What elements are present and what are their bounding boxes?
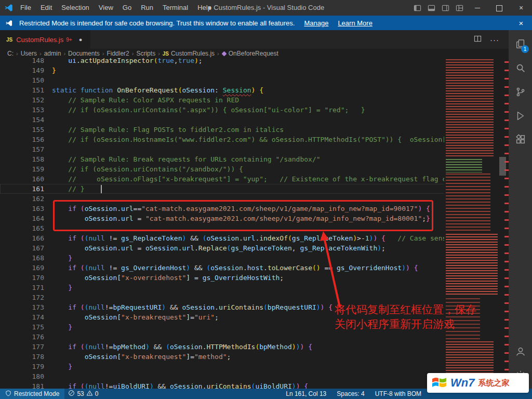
manage-link[interactable]: Manage <box>304 19 328 27</box>
breadcrumb-item[interactable]: Documents <box>68 50 100 57</box>
line-number[interactable]: 156 <box>0 135 52 144</box>
breadcrumb-item[interactable]: Scripts <box>136 50 155 57</box>
line-number[interactable]: 161 <box>0 184 52 194</box>
banner-close-icon[interactable]: × <box>515 19 527 28</box>
toggle-sidebar-right-icon[interactable] <box>438 0 453 16</box>
learn-more-link[interactable]: Learn More <box>338 19 372 27</box>
line-number[interactable]: 157 <box>0 144 52 154</box>
breadcrumb-file[interactable]: JSCustomRules.js <box>163 50 215 57</box>
search-icon[interactable] <box>509 56 532 80</box>
code-line-149[interactable]: 149} <box>0 65 509 75</box>
code-line-170[interactable]: 170 oSession["x-overridehost"] = gs_Over… <box>0 273 509 283</box>
menu-view[interactable]: View <box>94 0 118 16</box>
more-actions-icon[interactable]: ··· <box>490 35 499 44</box>
line-number[interactable]: 166 <box>0 233 52 243</box>
code-line-151[interactable]: 151static function OnBeforeRequest(oSess… <box>0 85 509 95</box>
line-number[interactable]: 158 <box>0 154 52 164</box>
line-number[interactable]: 155 <box>0 125 52 135</box>
indentation-status[interactable]: Spaces: 4 <box>333 390 368 397</box>
line-number[interactable]: 162 <box>0 194 52 204</box>
code-line-156[interactable]: 156 // if (oSession.HostnameIs("www.fidd… <box>0 135 509 144</box>
line-number[interactable]: 175 <box>0 322 52 332</box>
line-number[interactable]: 167 <box>0 243 52 253</box>
line-number[interactable]: 180 <box>0 371 52 381</box>
line-number[interactable]: 148 <box>0 58 52 65</box>
customize-layout-icon[interactable] <box>453 0 467 16</box>
extensions-icon[interactable] <box>509 128 532 152</box>
toggle-sidebar-left-icon[interactable] <box>410 0 424 16</box>
breadcrumb-item[interactable]: Users <box>21 50 37 57</box>
line-number[interactable]: 168 <box>0 253 52 263</box>
line-number[interactable]: 172 <box>0 292 52 302</box>
toggle-panel-bottom-icon[interactable] <box>424 0 438 16</box>
source-control-icon[interactable] <box>509 80 532 104</box>
menu-file[interactable]: File <box>16 0 36 16</box>
line-number[interactable]: 154 <box>0 115 52 125</box>
line-number[interactable]: 174 <box>0 312 52 322</box>
line-number[interactable]: 181 <box>0 381 52 389</box>
encoding-status[interactable]: UTF-8 with BOM <box>371 390 425 397</box>
code-line-155[interactable]: 155 // Sample Rule: Flag POSTs to fiddle… <box>0 125 509 135</box>
editor[interactable]: 148 ui.actUpdateInspector(true,true);149… <box>0 58 509 389</box>
menu-terminal[interactable]: Terminal <box>158 0 193 16</box>
code-line-166[interactable]: 166 if ((null != gs_ReplaceToken) && (oS… <box>0 233 509 243</box>
tab-customrules-js[interactable]: JS CustomRules.js 9+ ● <box>0 30 90 49</box>
code-line-148[interactable]: 148 ui.actUpdateInspector(true,true); <box>0 58 509 65</box>
code-line-150[interactable]: 150 <box>0 75 509 85</box>
line-number[interactable]: 149 <box>0 65 52 75</box>
explorer-icon[interactable]: 1 <box>509 32 532 56</box>
code-line-153[interactable]: 153 // if (oSession.uriContains(".aspx")… <box>0 105 509 115</box>
line-number[interactable]: 152 <box>0 95 52 105</box>
breadcrumb-item[interactable]: Fiddler2 <box>107 50 129 57</box>
breadcrumb-item[interactable]: admin <box>44 50 61 57</box>
line-number[interactable]: 171 <box>0 283 52 292</box>
menu-run[interactable]: Run <box>136 0 158 16</box>
line-number[interactable]: 165 <box>0 223 52 233</box>
code-line-177[interactable]: 177 if ((null!=bpMethod) && (oSession.HT… <box>0 342 509 352</box>
line-number[interactable]: 150 <box>0 75 52 85</box>
menu-selection[interactable]: Selection <box>57 0 94 16</box>
code-line-157[interactable]: 157 <box>0 144 509 154</box>
close-button[interactable]: × <box>510 0 532 16</box>
line-number[interactable]: 173 <box>0 302 52 312</box>
code-line-161[interactable]: 161 // } <box>0 184 509 194</box>
maximize-button[interactable] <box>488 0 510 16</box>
line-number[interactable]: 176 <box>0 332 52 342</box>
menu-go[interactable]: Go <box>118 0 136 16</box>
run-debug-icon[interactable] <box>509 104 532 128</box>
code-line-179[interactable]: 179 } <box>0 362 509 371</box>
line-number[interactable]: 177 <box>0 342 52 352</box>
code-line-168[interactable]: 168 } <box>0 253 509 263</box>
code-line-169[interactable]: 169 if ((null != gs_OverridenHost) && (o… <box>0 263 509 273</box>
code-line-171[interactable]: 171 } <box>0 283 509 292</box>
line-number[interactable]: 169 <box>0 263 52 273</box>
line-number[interactable]: 151 <box>0 85 52 95</box>
line-number[interactable]: 163 <box>0 204 52 214</box>
code-line-176[interactable]: 176 <box>0 332 509 342</box>
cursor-position-status[interactable]: Ln 161, Col 13 <box>282 390 330 397</box>
line-number[interactable]: 170 <box>0 273 52 283</box>
line-number[interactable]: 160 <box>0 174 52 184</box>
restricted-mode-status[interactable]: Restricted Mode <box>0 389 64 399</box>
code-line-167[interactable]: 167 oSession.url = oSession.url.Replace(… <box>0 243 509 253</box>
minimize-button[interactable]: ─ <box>467 0 488 16</box>
line-number[interactable]: 179 <box>0 362 52 371</box>
code-line-158[interactable]: 158 // Sample Rule: Break requests for U… <box>0 154 509 164</box>
code-line-159[interactable]: 159 // if (oSession.uriContains("/sandbo… <box>0 164 509 174</box>
code-line-160[interactable]: 160 // oSession.oFlags["x-breakrequest"]… <box>0 174 509 184</box>
split-editor-icon[interactable] <box>474 35 482 44</box>
code-line-178[interactable]: 178 oSession["x-breakrequest"]="method"; <box>0 352 509 362</box>
line-number[interactable]: 178 <box>0 352 52 362</box>
code-line-152[interactable]: 152 // Sample Rule: Color ASPX requests … <box>0 95 509 105</box>
line-number[interactable]: 164 <box>0 214 52 223</box>
menu-edit[interactable]: Edit <box>36 0 57 16</box>
problems-status[interactable]: 53 0 <box>64 390 102 398</box>
line-number[interactable]: 159 <box>0 164 52 174</box>
line-number[interactable]: 153 <box>0 105 52 115</box>
minimap[interactable] <box>444 58 509 389</box>
menu-help[interactable]: Help <box>193 0 216 16</box>
account-icon[interactable] <box>509 340 532 364</box>
breadcrumb-symbol[interactable]: OnBeforeRequest <box>222 50 278 57</box>
code-line-154[interactable]: 154 <box>0 115 509 125</box>
code-line-172[interactable]: 172 <box>0 292 509 302</box>
